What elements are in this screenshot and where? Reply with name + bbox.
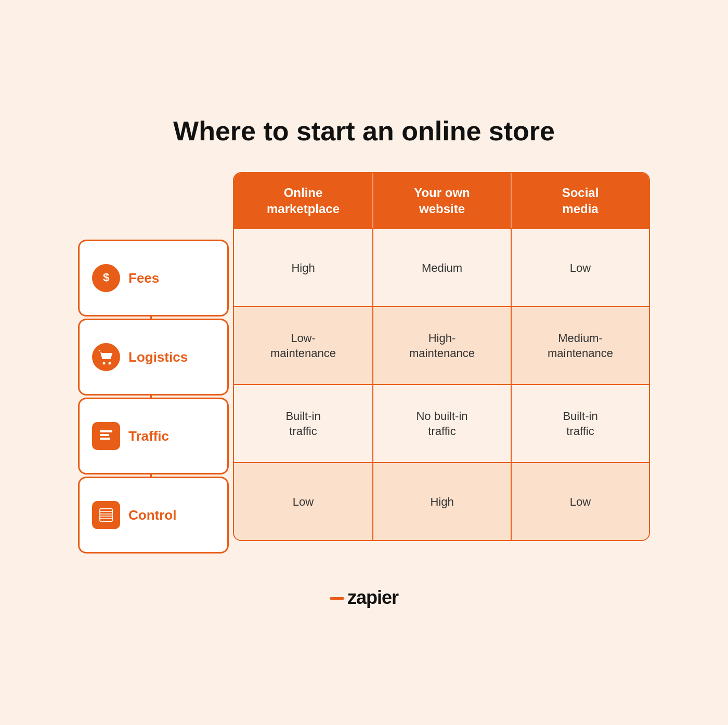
logistics-website: High-maintenance: [372, 307, 511, 384]
header-social-media: Social media: [511, 173, 649, 228]
logistics-social: Medium-maintenance: [511, 307, 649, 384]
control-label: Control: [128, 507, 176, 523]
svg-point-2: [109, 362, 111, 365]
svg-rect-4: [100, 434, 109, 436]
zapier-wordmark: zapier: [347, 587, 398, 609]
svg-rect-11: [100, 509, 112, 521]
page-container: Where to start an online store $ Fees: [78, 116, 650, 609]
row-label-logistics: Logistics: [78, 319, 229, 396]
logistics-online: Low-maintenance: [234, 307, 372, 384]
traffic-online: Built-intraffic: [234, 385, 372, 462]
svg-rect-3: [100, 430, 112, 432]
row-label-traffic: Traffic: [78, 398, 229, 474]
row-label-fees: $ Fees: [78, 240, 229, 317]
control-icon: [92, 501, 120, 529]
svg-rect-5: [100, 438, 110, 440]
traffic-icon: [92, 422, 120, 450]
traffic-social: Built-intraffic: [511, 385, 649, 462]
cart-icon: [92, 343, 120, 371]
fees-label: Fees: [128, 270, 159, 286]
header-online-marketplace: Online marketplace: [234, 173, 372, 228]
fees-website: Medium: [372, 229, 511, 306]
fees-social: Low: [511, 229, 649, 306]
svg-point-1: [103, 362, 106, 365]
zapier-dash-icon: [330, 597, 344, 600]
page-title: Where to start an online store: [173, 116, 555, 146]
table-row-fees: High Medium Low: [234, 228, 649, 306]
table-row-traffic: Built-intraffic No built-intraffic Built…: [234, 384, 649, 462]
control-website: High: [372, 463, 511, 540]
table-row-logistics: Low-maintenance High-maintenance Medium-…: [234, 306, 649, 384]
table-row-control: Low High Low: [234, 462, 649, 540]
table-body: High Medium Low Low-maintenance High-mai…: [234, 228, 649, 540]
zapier-logo: zapier: [330, 587, 398, 609]
table-header: Online marketplace Your own website Soci…: [234, 173, 649, 228]
dollar-icon: $: [92, 264, 120, 292]
svg-text:$: $: [103, 271, 109, 284]
header-own-website: Your own website: [372, 173, 511, 228]
control-social: Low: [511, 463, 649, 540]
comparison-table-wrapper: $ Fees Logistics: [78, 172, 650, 556]
traffic-label: Traffic: [128, 428, 169, 444]
fees-online: High: [234, 229, 372, 306]
traffic-website: No built-intraffic: [372, 385, 511, 462]
control-online: Low: [234, 463, 372, 540]
row-label-control: Control: [78, 477, 229, 553]
row-labels-column: $ Fees Logistics: [78, 240, 234, 556]
logistics-label: Logistics: [128, 349, 188, 365]
comparison-table: Online marketplace Your own website Soci…: [233, 172, 650, 541]
